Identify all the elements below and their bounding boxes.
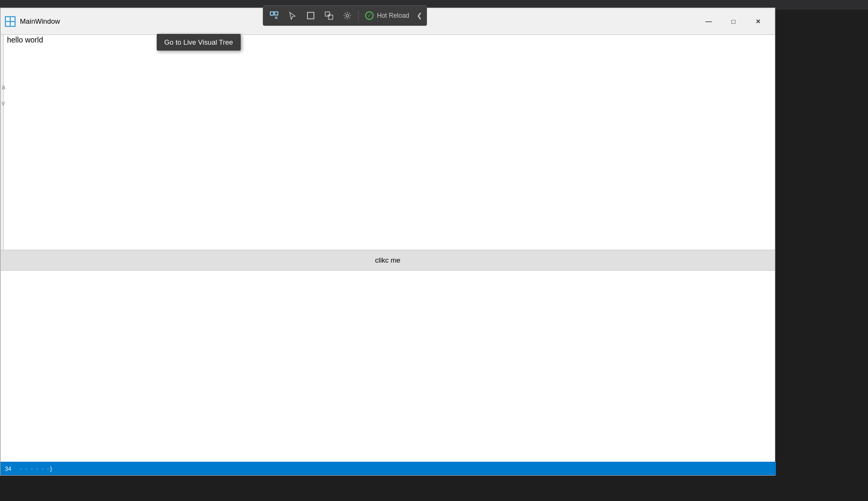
debug-toolbar: ✓ Hot Reload ❮: [263, 5, 427, 26]
close-button[interactable]: ✕: [746, 8, 771, 35]
hello-world-text: hello world: [1, 29, 50, 51]
svg-rect-8: [11, 17, 15, 21]
window-icon: [5, 16, 16, 27]
svg-rect-7: [6, 17, 10, 21]
svg-point-5: [346, 15, 349, 17]
status-brace: }: [50, 465, 52, 472]
multi-select-icon: [325, 11, 333, 20]
cursor-icon: [288, 11, 297, 20]
click-me-button[interactable]: clikc me: [1, 250, 775, 271]
settings-button[interactable]: [339, 8, 356, 24]
left-letter-v: v: [1, 100, 5, 107]
bottom-content-area: [1, 271, 775, 475]
svg-rect-4: [328, 15, 333, 19]
status-bar: 34 · · · · · · }: [1, 462, 776, 475]
toolbar-collapse-arrow[interactable]: ❮: [415, 12, 424, 19]
title-bar-controls: — □ ✕: [696, 8, 771, 35]
left-letter-a: a: [1, 83, 5, 91]
content-area: a v hello world: [1, 35, 775, 250]
status-dots: · · · · · ·: [20, 465, 50, 472]
multi-select-button[interactable]: [320, 8, 338, 24]
svg-rect-10: [11, 22, 15, 26]
svg-rect-1: [275, 12, 278, 15]
element-picker-icon: [270, 11, 278, 20]
main-window: MainWindow — □ ✕ Go to Live Visual Tree …: [0, 8, 775, 476]
left-sidebar: a v: [1, 35, 4, 250]
button-label: clikc me: [375, 256, 401, 264]
cursor-select-button[interactable]: [284, 8, 301, 24]
svg-rect-9: [6, 22, 10, 26]
maximize-button[interactable]: □: [721, 8, 746, 35]
rect-select-icon: [306, 11, 315, 20]
live-visual-tree-tooltip: Go to Live Visual Tree: [157, 34, 241, 51]
hot-reload-button[interactable]: ✓ Hot Reload: [361, 8, 414, 24]
tooltip-text: Go to Live Visual Tree: [164, 38, 233, 46]
minimize-button[interactable]: —: [696, 8, 721, 35]
gear-icon: [343, 11, 352, 20]
svg-rect-2: [307, 12, 314, 19]
hot-reload-label: Hot Reload: [377, 12, 409, 19]
svg-rect-0: [270, 12, 274, 15]
hot-reload-status-icon: ✓: [365, 11, 374, 20]
rect-select-button[interactable]: [302, 8, 319, 24]
line-number: 34: [5, 465, 11, 472]
toolbar-divider: [358, 10, 359, 21]
checkmark-icon: ✓: [367, 13, 372, 18]
element-picker-button[interactable]: [265, 8, 283, 24]
